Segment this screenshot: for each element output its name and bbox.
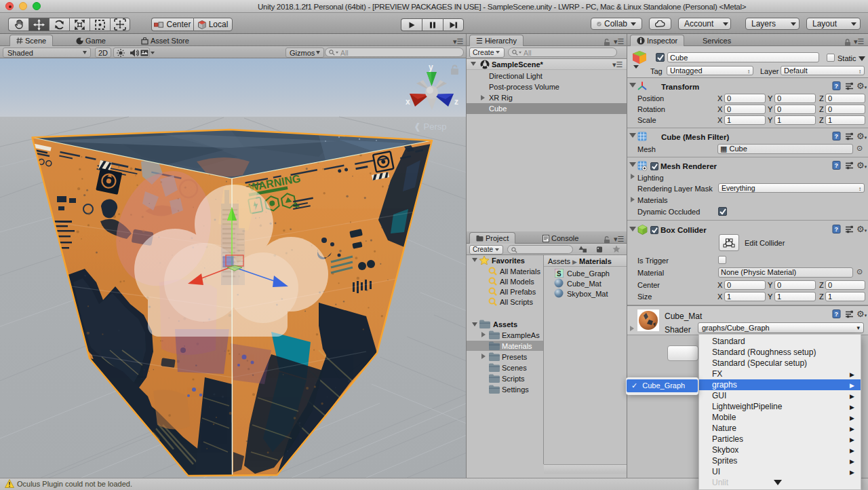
svg-text:y: y	[429, 62, 433, 72]
svg-text:?: ?	[835, 311, 839, 318]
svg-text:?: ?	[835, 162, 839, 169]
svg-text:?: ?	[835, 83, 839, 90]
svg-text:?: ?	[835, 226, 839, 233]
svg-text:❰ Persp: ❰ Persp	[414, 121, 446, 132]
svg-text:S: S	[557, 270, 561, 278]
svg-text:?: ?	[835, 133, 839, 140]
svg-text:z: z	[454, 97, 458, 107]
svg-text:x: x	[406, 97, 410, 107]
